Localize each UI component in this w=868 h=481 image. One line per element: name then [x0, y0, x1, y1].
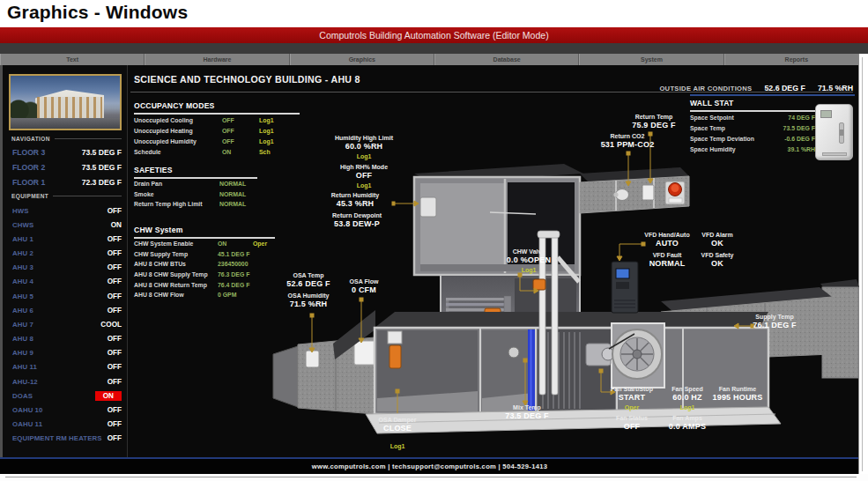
point-tag[interactable]: Sch	[259, 149, 271, 155]
point-value[interactable]: 73.5 DEG F	[771, 125, 815, 131]
point-value[interactable]: 1995 HOURS	[712, 393, 762, 403]
callout-humidity-high-limit: Humidity High Limit 60.0 %RH Log1	[335, 134, 393, 160]
sidebar-item-floor-3[interactable]: FLOOR 373.5 DEG F	[3, 144, 128, 159]
point-value[interactable]: OFF	[616, 422, 648, 432]
tab-reports[interactable]: Reports	[724, 54, 868, 65]
point-value[interactable]: -0.6 DEG F	[771, 136, 815, 142]
point-value[interactable]: ON	[218, 240, 253, 247]
point-value[interactable]: 76.4 DEG F	[218, 282, 253, 288]
point-label: Humidity High Limit	[335, 134, 393, 142]
tab-hardware[interactable]: Hardware	[145, 54, 289, 65]
point-value[interactable]: 60.0 HZ	[671, 393, 702, 403]
point-tag[interactable]: Log1	[259, 128, 273, 134]
sidebar-item-oahu-11[interactable]: OAHU 11OFF	[3, 418, 128, 432]
point-value[interactable]: 236450000	[218, 261, 253, 267]
sidebar: NAVIGATION FLOOR 373.5 DEG F FLOOR 273.5…	[3, 65, 128, 474]
sidebar-item-ahu-8[interactable]: AHU 8OFF	[3, 332, 128, 346]
sidebar-item-ahu-11[interactable]: AHU 11OFF	[3, 360, 128, 374]
point-tag[interactable]: Log1	[507, 266, 551, 274]
sidebar-item-equipment-rm-heaters[interactable]: EQUIPMENT RM HEATERSOFF	[3, 432, 128, 446]
tab-text[interactable]: Text	[0, 54, 145, 65]
point-value[interactable]: 76.1 DEG F	[753, 321, 797, 330]
sidebar-item-ahu-3[interactable]: AHU 3OFF	[3, 261, 128, 275]
point-tag[interactable]: Log1	[335, 152, 393, 160]
point-value[interactable]: NORMAL	[649, 259, 686, 269]
outside-air-conditions: OUTSIDE AIR CONDITIONS 52.6 DEG F 71.5 %…	[659, 84, 853, 92]
tab-label: Text	[66, 56, 78, 63]
point-tag[interactable]: Oper	[253, 240, 267, 247]
point-value[interactable]: NORMAL	[219, 191, 246, 197]
point-value[interactable]: OFF	[340, 171, 388, 181]
point-value[interactable]: 39.1 %RH	[771, 146, 815, 152]
point-value[interactable]: 74 DEG F	[771, 115, 815, 121]
oac-temp[interactable]: 52.6 DEG F	[764, 84, 805, 92]
table-row: Unoccupied HeatingOFFLog1	[134, 125, 300, 136]
sidebar-item-ahu-1[interactable]: AHU 1OFF	[3, 232, 128, 246]
point-tag[interactable]: Log1	[259, 117, 273, 123]
section-header: SAFETIES	[134, 166, 257, 174]
point-tag[interactable]: Log1	[259, 138, 273, 144]
point-value[interactable]: OFF	[222, 128, 259, 134]
point-value[interactable]: 45.3 %RH	[331, 199, 379, 209]
point-value[interactable]: 531 PPM-CO2	[601, 140, 655, 150]
point-value[interactable]: 52.6 DEG F	[286, 279, 330, 289]
callout-osa-humidity: OSA Humidity 71.5 %RH	[288, 292, 330, 309]
point-tag[interactable]: Log1	[671, 403, 702, 411]
sidebar-item-oahu-10[interactable]: OAHU 10OFF	[3, 403, 128, 417]
footer-bar: www.computrols.com | techsupport@computr…	[0, 457, 859, 474]
sidebar-item-ahu-7[interactable]: AHU 7COOL	[3, 317, 128, 331]
tab-system[interactable]: System	[579, 54, 723, 65]
point-value[interactable]: 60.0 %RH	[335, 142, 393, 152]
vertical-scrollbar[interactable]	[858, 54, 868, 481]
point-value[interactable]: NORMAL	[219, 201, 246, 207]
point-value[interactable]: 0.0 %OPEN	[507, 255, 551, 265]
sidebar-item-floor-1[interactable]: FLOOR 172.3 DEG F	[3, 174, 128, 189]
point-label: Unoccupied Cooling	[134, 117, 222, 123]
point-tag[interactable]: Log1	[379, 442, 417, 450]
sidebar-item-doas[interactable]: DOASON	[3, 388, 128, 403]
point-tag[interactable]: Log1	[340, 181, 388, 189]
status-badge: OFF	[108, 249, 122, 257]
tab-database[interactable]: Database	[434, 54, 579, 65]
building-photo[interactable]	[9, 74, 122, 130]
point-value[interactable]: AUTO	[644, 239, 689, 248]
sidebar-item-ahu-4[interactable]: AHU 4OFF	[3, 275, 128, 289]
point-label: Mix Temp	[505, 403, 549, 411]
sidebar-item-ahu-6[interactable]: AHU 6OFF	[3, 303, 128, 317]
point-value[interactable]: OFF	[222, 117, 259, 123]
oac-rh[interactable]: 71.5 %RH	[818, 84, 853, 92]
point-value[interactable]: 45.1 DEG F	[218, 251, 253, 257]
point-value[interactable]: CLOSE	[379, 424, 417, 433]
point-value[interactable]: OFF	[222, 138, 259, 144]
point-value[interactable]: 71.5 %RH	[288, 300, 330, 309]
point-value[interactable]: ON	[222, 149, 259, 155]
table-row: ScheduleONSch	[134, 147, 300, 158]
sidebar-item-ahu-5[interactable]: AHU 5OFF	[3, 289, 128, 303]
status-badge: OFF	[108, 263, 122, 271]
equipment-label: AHU 2	[12, 249, 33, 257]
footer-contact-text: www.computrols.com | techsupport@computr…	[312, 462, 548, 470]
point-value[interactable]: 53.8 DEW-P	[332, 219, 382, 229]
point-label: OSA Humidity	[288, 292, 330, 300]
point-value[interactable]: 0 CFM	[350, 285, 379, 295]
sidebar-item-hws[interactable]: HWSOFF	[3, 204, 128, 218]
status-badge: OFF	[108, 363, 122, 371]
sidebar-item-ahu-2[interactable]: AHU 2OFF	[3, 247, 128, 261]
sidebar-item-ahu-9[interactable]: AHU 9OFF	[3, 346, 128, 360]
point-value[interactable]: NORMAL	[219, 181, 246, 187]
sidebar-item-chws[interactable]: CHWSON	[3, 218, 128, 232]
point-value[interactable]: 76.3 DEG F	[218, 271, 253, 278]
point-value[interactable]: START	[611, 393, 653, 403]
point-label: Space Humidity	[690, 146, 771, 152]
tab-graphics[interactable]: Graphics	[290, 54, 434, 65]
status-badge: OFF	[108, 349, 122, 357]
sidebar-item-floor-2[interactable]: FLOOR 273.5 DEG F	[3, 159, 128, 174]
point-value[interactable]: 0 GPM	[218, 292, 253, 298]
point-value[interactable]: 73.5 DEG F	[505, 411, 549, 421]
sidebar-item-ahu-12[interactable]: AHU-12OFF	[3, 374, 128, 388]
point-value[interactable]: 0.0 AMPS	[669, 422, 706, 432]
point-value[interactable]: OK	[701, 239, 733, 248]
point-tag[interactable]: Oper	[611, 403, 653, 411]
point-value[interactable]: 75.9 DEG F	[632, 121, 676, 130]
point-value[interactable]: OK	[701, 259, 734, 269]
